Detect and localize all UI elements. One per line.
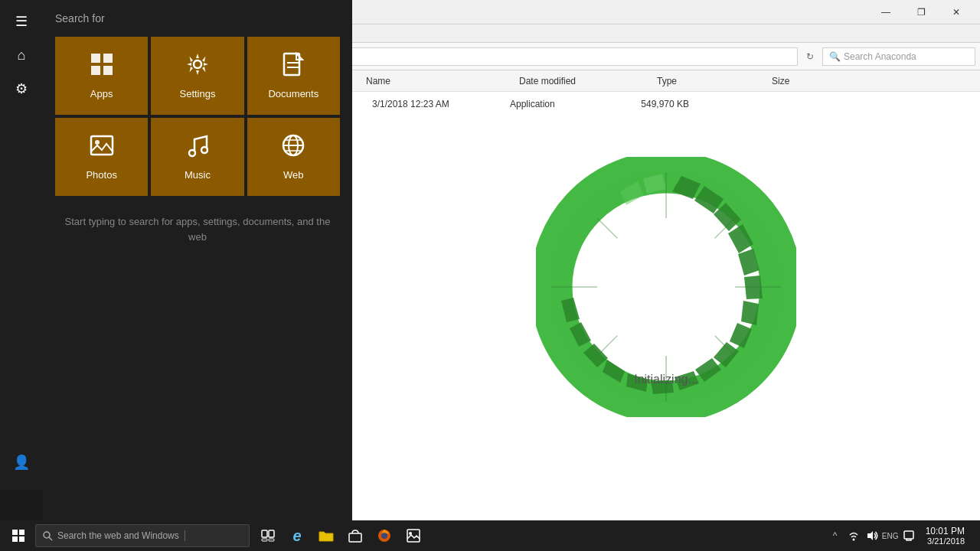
svg-rect-52: [12, 536, 18, 542]
task-view-button[interactable]: [254, 522, 282, 549]
clock-time: 10:01 PM: [926, 526, 965, 536]
music-icon: [187, 133, 208, 163]
svg-rect-66: [904, 531, 913, 539]
taskbar-app-icons: e: [254, 522, 427, 549]
svg-line-55: [49, 537, 52, 540]
tile-photos[interactable]: Photos: [55, 118, 148, 196]
apps-icon: [90, 52, 114, 82]
photos-icon: [90, 133, 114, 163]
svg-rect-35: [91, 66, 100, 75]
taskbar: Search the web and Windows e ^ ENG: [0, 520, 980, 551]
documents-label: Documents: [268, 88, 318, 99]
file-date: 3/1/2018 12:23 AM: [366, 99, 504, 109]
restore-button[interactable]: ❐: [903, 0, 939, 24]
title-bar-controls: — ❐ ✕: [868, 0, 974, 24]
taskbar-clock[interactable]: 10:01 PM 3/21/2018: [920, 526, 971, 546]
svg-point-37: [194, 60, 201, 68]
col-date[interactable]: Date modified: [513, 76, 651, 86]
svg-marker-15: [741, 301, 759, 325]
svg-marker-65: [867, 531, 873, 540]
tile-music[interactable]: Music: [151, 118, 243, 196]
svg-point-28: [599, 220, 733, 354]
sidebar-user[interactable]: 👤: [6, 447, 37, 478]
tray-keyboard[interactable]: ENG: [883, 528, 898, 543]
documents-icon: [283, 52, 304, 82]
settings-icon: [185, 52, 210, 82]
apps-label: Apps: [90, 88, 113, 99]
start-button[interactable]: [3, 520, 34, 551]
search-box[interactable]: 🔍 Search Anaconda: [822, 47, 975, 66]
svg-rect-34: [103, 54, 113, 63]
svg-point-44: [201, 147, 207, 153]
svg-point-43: [189, 150, 195, 156]
svg-rect-36: [103, 66, 113, 75]
file-size: 549,970 KB: [619, 99, 695, 109]
photos-taskbar-button[interactable]: [400, 522, 427, 549]
sidebar: ☰ ⌂ ⚙ 👤: [0, 0, 43, 490]
search-for-label: Search for: [55, 12, 340, 24]
store-button[interactable]: [341, 522, 369, 549]
search-hint: Start typing to search for apps, setting…: [55, 214, 340, 244]
start-menu: ☰ ⌂ ⚙ 👤 Search for Apps Settings: [0, 0, 352, 520]
music-label: Music: [185, 169, 211, 181]
anaconda-splash: Initializing...: [352, 115, 980, 459]
table-row: 3/1/2018 12:23 AM Application 549,970 KB: [360, 95, 980, 113]
search-placeholder: Search Anaconda: [844, 51, 916, 62]
search-content: Search for Apps Settings: [43, 0, 352, 520]
system-tray: ^ ENG 10:01 PM 3/21/2018: [828, 526, 977, 546]
col-type[interactable]: Type: [651, 76, 766, 86]
svg-rect-41: [91, 136, 113, 155]
svg-rect-53: [19, 536, 24, 542]
taskbar-search-icon: [42, 530, 53, 541]
file-explorer-button[interactable]: [312, 522, 340, 549]
tray-action-center[interactable]: [901, 528, 916, 543]
svg-rect-33: [91, 54, 100, 63]
svg-rect-59: [269, 539, 274, 541]
tray-chevron[interactable]: ^: [828, 528, 843, 543]
taskbar-search-box[interactable]: Search the web and Windows: [35, 524, 250, 547]
clock-date: 3/21/2018: [927, 536, 965, 546]
sidebar-settings[interactable]: ⚙: [6, 73, 37, 104]
edge-button[interactable]: e: [283, 522, 311, 549]
web-icon: [281, 133, 305, 163]
tile-documents[interactable]: Documents: [247, 37, 340, 115]
taskbar-search-placeholder: Search the web and Windows: [57, 530, 179, 541]
minimize-button[interactable]: —: [868, 0, 903, 24]
tray-network[interactable]: [846, 528, 861, 543]
firefox-button[interactable]: [371, 522, 398, 549]
tile-apps[interactable]: Apps: [55, 37, 148, 115]
anaconda-spinner: Initializing...: [536, 157, 796, 417]
col-name[interactable]: Name: [360, 76, 513, 86]
tray-volume[interactable]: [864, 528, 880, 543]
search-tiles-grid: Apps Settings Documents: [55, 37, 340, 196]
close-button[interactable]: ✕: [939, 0, 974, 24]
svg-rect-51: [19, 530, 24, 535]
initializing-label: Initializing...: [634, 373, 698, 386]
refresh-button[interactable]: ↻: [801, 47, 819, 66]
svg-rect-57: [269, 530, 274, 537]
svg-rect-56: [262, 530, 267, 537]
svg-point-62: [381, 533, 387, 539]
tile-settings[interactable]: Settings: [151, 37, 243, 115]
sidebar-hamburger[interactable]: ☰: [6, 6, 37, 37]
tile-web[interactable]: Web: [247, 118, 340, 196]
photos-label: Photos: [86, 169, 116, 181]
file-type: Application: [504, 99, 619, 109]
sidebar-home[interactable]: ⌂: [6, 40, 37, 70]
svg-rect-58: [262, 539, 267, 541]
svg-rect-60: [349, 533, 361, 542]
search-icon: 🔍: [829, 51, 841, 62]
settings-label: Settings: [180, 88, 216, 99]
svg-point-42: [95, 140, 100, 145]
search-cursor: [185, 530, 185, 541]
svg-rect-63: [407, 530, 420, 542]
web-label: Web: [283, 169, 304, 181]
col-size[interactable]: Size: [766, 76, 842, 86]
svg-point-54: [44, 532, 50, 538]
svg-rect-50: [12, 530, 18, 535]
